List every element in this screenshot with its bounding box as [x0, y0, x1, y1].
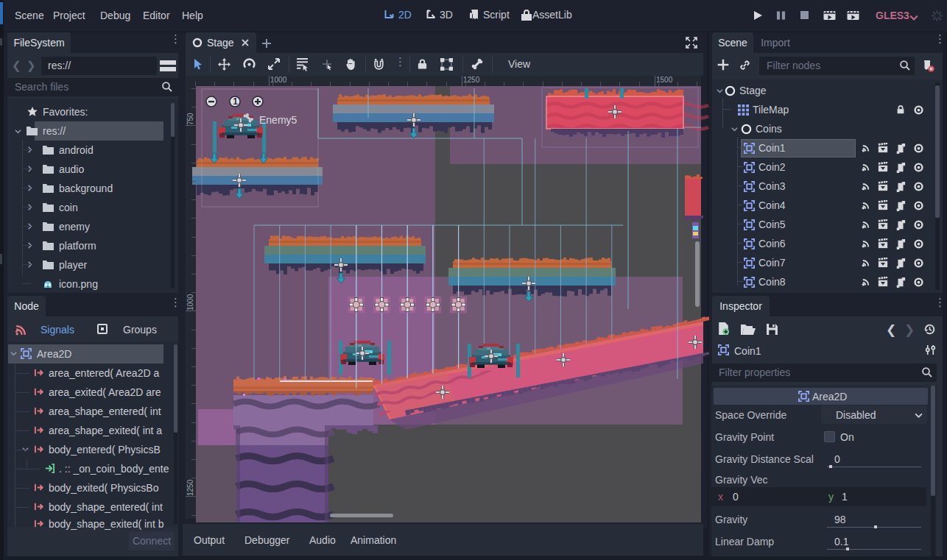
- svg-text:Enemy5: Enemy5: [259, 114, 298, 126]
- svg-text:1: 1: [233, 96, 238, 107]
